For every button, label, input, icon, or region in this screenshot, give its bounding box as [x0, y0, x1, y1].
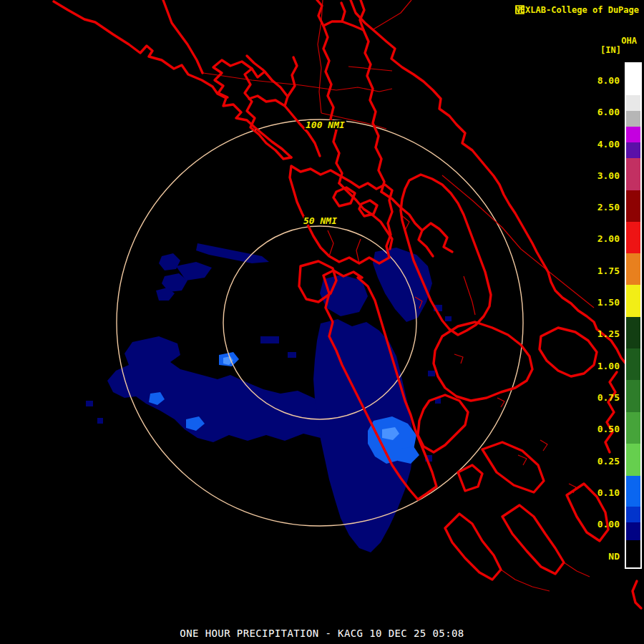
range-rings: [117, 119, 523, 526]
color-scale-segment: [626, 444, 640, 476]
color-scale-segment: [626, 158, 640, 190]
color-scale-segment: [626, 127, 640, 142]
units-label: [IN]: [600, 45, 621, 55]
product-caption: ONE HOUR PRECIPITATION - KACG 10 DEC 25 …: [180, 628, 464, 639]
color-scale-segment: [626, 412, 640, 444]
color-scale-tick-label: ND: [608, 551, 620, 562]
color-scale-segment: [626, 142, 640, 158]
color-scale-tick-label: 0.25: [597, 456, 620, 467]
color-scale-segment: [626, 380, 640, 412]
color-scale-tick-label: 0.75: [597, 392, 620, 403]
color-scale-tick-label: 2.50: [597, 202, 620, 213]
color-scale-segment: [626, 348, 640, 380]
header-attribution: NEXLAB-College of DuPage: [515, 5, 639, 15]
color-scale-tick-label: 0.00: [597, 519, 620, 530]
attribution-text: NEXLAB-College of DuPage: [515, 5, 639, 15]
color-scale-tick-label: 1.25: [597, 328, 620, 339]
ring-label-100nmi: 100 NMI: [306, 119, 345, 130]
color-scale-segment: [626, 522, 640, 540]
color-scale-segment: [626, 253, 640, 285]
color-scale-segment: [626, 64, 640, 95]
precip-trace-layer: [86, 243, 452, 552]
color-scale-tick-label: 1.50: [597, 297, 620, 308]
color-scale-tick-label: 6.00: [597, 107, 620, 117]
color-scale-segment: [626, 476, 640, 507]
color-scale-tick-label: 1.00: [597, 361, 620, 371]
color-scale-segment: [626, 507, 640, 522]
color-scale-tick-label: 3.00: [597, 170, 620, 181]
color-scale-bar: [625, 62, 642, 569]
color-scale-segment: [626, 540, 640, 567]
color-scale-segment: [626, 285, 640, 317]
color-scale-tick-label: 0.50: [597, 424, 620, 434]
color-scale-segment: [626, 190, 640, 222]
color-scale-tick-label: 4.00: [597, 139, 620, 150]
radar-map: 100 NMI 50 NMI: [0, 0, 644, 644]
color-scale-segment: [626, 95, 640, 111]
color-scale-segment: [626, 317, 640, 348]
color-scale-tick-label: 2.00: [597, 233, 620, 244]
color-scale-tick-label: 8.00: [597, 75, 620, 86]
ring-label-50nmi: 50 NMI: [303, 215, 337, 226]
color-scale-segment: [626, 111, 640, 127]
product-code-label: OHA: [621, 36, 637, 46]
color-scale-tick-label: 1.75: [597, 265, 620, 276]
radar-screen: 100 NMI 50 NMI NEXLAB-College of DuPage …: [0, 0, 644, 644]
cod-logo-icon: [515, 5, 525, 14]
color-scale-segment: [626, 222, 640, 253]
color-scale-tick-label: 0.10: [597, 487, 620, 498]
